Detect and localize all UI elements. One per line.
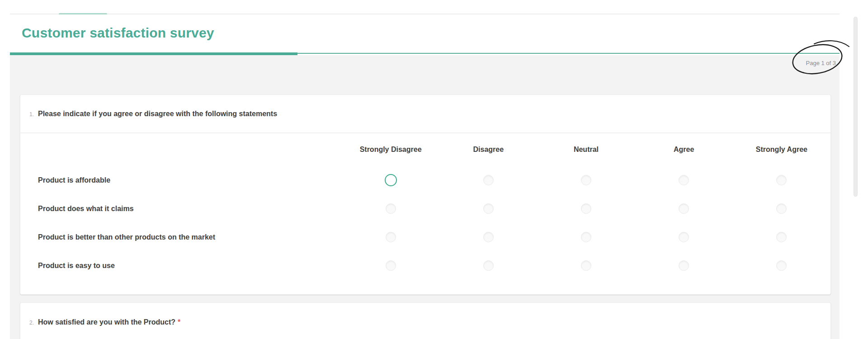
survey-title: Customer satisfaction survey [22, 25, 214, 41]
matrix-row-label: Product is better than other products on… [20, 223, 342, 251]
matrix-radio[interactable] [776, 203, 787, 214]
matrix-radio[interactable] [483, 203, 494, 214]
matrix-radio[interactable] [776, 232, 787, 242]
matrix-radio[interactable] [483, 175, 494, 185]
matrix-column-header: Strongly Disagree [342, 133, 439, 166]
question-header: 1. Please indicate if you agree or disag… [20, 95, 830, 133]
matrix-radio[interactable] [776, 175, 787, 185]
question-number: 2. [29, 319, 38, 326]
matrix-radio[interactable] [776, 260, 787, 271]
matrix-radio[interactable] [386, 232, 396, 242]
matrix-row: Product does what it claims [20, 194, 830, 223]
matrix-radio[interactable] [483, 232, 494, 242]
question-header: 2. How satisfied are you with the Produc… [20, 303, 830, 339]
matrix-row-label: Product does what it claims [20, 194, 342, 223]
preview-pane: Customer satisfaction survey Page 1 of 3… [10, 0, 840, 339]
matrix-row: Product is affordable [20, 166, 830, 194]
matrix-radio[interactable] [386, 260, 396, 271]
matrix-row-label: Product is easy to use [20, 251, 342, 280]
matrix-radio[interactable] [581, 232, 591, 242]
matrix-radio[interactable] [581, 260, 591, 271]
matrix-radio[interactable] [386, 203, 396, 214]
question-number: 1. [29, 110, 38, 118]
question-card-matrix: 1. Please indicate if you agree or disag… [20, 94, 831, 295]
matrix-column-header: Neutral [537, 133, 635, 166]
survey-header: Customer satisfaction survey [10, 14, 840, 55]
survey-preview-page: Customer satisfaction survey Page 1 of 3… [0, 0, 868, 339]
matrix-header-row: Strongly Disagree Disagree Neutral Agree… [20, 133, 830, 166]
matrix-table: Strongly Disagree Disagree Neutral Agree… [20, 133, 830, 280]
matrix-column-header: Disagree [439, 133, 537, 166]
matrix-radio[interactable] [679, 175, 689, 185]
matrix-radio[interactable] [483, 260, 494, 271]
matrix-radio[interactable] [679, 260, 689, 271]
matrix-radio[interactable] [581, 203, 591, 214]
scrollbar-thumb[interactable] [854, 17, 858, 197]
survey-body: Page 1 of 3 1. Please indicate if you ag… [10, 55, 840, 339]
matrix-radio-selected[interactable] [385, 174, 397, 186]
page-indicator: Page 1 of 3 [806, 60, 836, 66]
required-marker: * [178, 318, 180, 326]
question-card-rating: 2. How satisfied are you with the Produc… [20, 302, 831, 339]
matrix-radio[interactable] [679, 232, 689, 242]
matrix-row-label: Product is affordable [20, 166, 342, 194]
question-title: How satisfied are you with the Product? [38, 318, 175, 326]
matrix-radio[interactable] [581, 175, 591, 185]
question-title: Please indicate if you agree or disagree… [38, 110, 277, 118]
matrix-row: Product is better than other products on… [20, 223, 830, 251]
matrix-radio[interactable] [679, 203, 689, 214]
matrix-column-header: Agree [635, 133, 733, 166]
matrix-column-header: Strongly Agree [733, 133, 830, 166]
matrix-row: Product is easy to use [20, 251, 830, 280]
